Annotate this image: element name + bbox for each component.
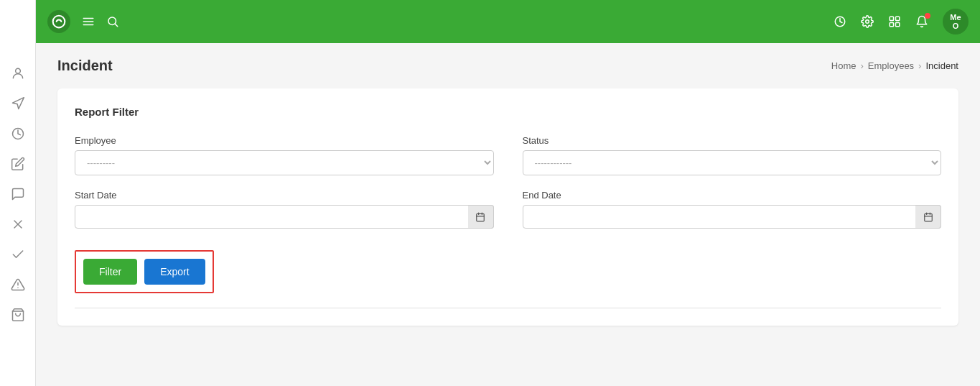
notifications-icon[interactable]	[915, 15, 928, 28]
end-date-field-group: End Date	[523, 190, 942, 229]
sidebar-item-chat[interactable]	[9, 185, 27, 203]
sidebar-item-person[interactable]	[9, 65, 27, 82]
breadcrumb-sep2: ›	[918, 60, 921, 71]
status-label: Status	[523, 135, 942, 146]
svg-rect-15	[890, 17, 893, 20]
form-row-1: Employee --------- Status ------------	[75, 135, 941, 175]
start-date-input-wrapper	[75, 205, 494, 229]
report-filter-card: Report Filter Employee --------- Status …	[57, 88, 958, 326]
avatar-line2: O	[953, 22, 959, 30]
svg-rect-19	[477, 213, 485, 221]
sidebar-item-warning[interactable]	[9, 276, 27, 293]
sidebar	[0, 0, 36, 386]
svg-point-14	[866, 20, 869, 24]
action-buttons-row: Filter Export	[75, 250, 214, 293]
avatar-line1: Me	[950, 13, 961, 22]
end-date-label: End Date	[523, 190, 942, 201]
navbar: Me O	[36, 0, 980, 43]
end-date-input[interactable]	[523, 205, 942, 229]
svg-point-0	[15, 68, 20, 73]
svg-rect-16	[896, 17, 900, 20]
end-date-calendar-button[interactable]	[915, 205, 941, 229]
page-title: Incident	[57, 58, 113, 74]
grid-icon[interactable]	[888, 15, 901, 28]
status-field-group: Status ------------	[523, 135, 942, 175]
card-divider	[75, 308, 941, 308]
svg-rect-23	[924, 213, 932, 221]
sidebar-item-shop[interactable]	[9, 306, 27, 323]
sidebar-item-clock[interactable]	[9, 125, 27, 142]
sidebar-item-close[interactable]	[9, 216, 27, 233]
end-date-input-wrapper	[523, 205, 942, 229]
employee-label: Employee	[75, 135, 494, 146]
app-logo[interactable]	[47, 10, 70, 33]
breadcrumb-current: Incident	[925, 60, 958, 71]
breadcrumb-employees[interactable]: Employees	[868, 60, 914, 71]
svg-marker-1	[12, 98, 24, 109]
avatar[interactable]: Me O	[943, 9, 969, 35]
export-button[interactable]: Export	[144, 259, 205, 285]
breadcrumb-home[interactable]: Home	[831, 60, 857, 71]
page-header: Incident Home › Employees › Incident	[57, 58, 958, 74]
search-icon[interactable]	[106, 15, 119, 28]
form-row-2: Start Date End Date	[75, 190, 941, 229]
svg-rect-17	[890, 23, 893, 27]
employee-field-group: Employee ---------	[75, 135, 494, 175]
filter-button[interactable]: Filter	[83, 259, 137, 285]
history-icon[interactable]	[834, 15, 846, 28]
breadcrumb: Home › Employees › Incident	[831, 60, 958, 71]
sidebar-item-check[interactable]	[9, 246, 27, 263]
svg-point-11	[108, 17, 116, 25]
start-date-input[interactable]	[75, 205, 494, 229]
svg-line-12	[115, 24, 117, 26]
card-title: Report Filter	[75, 106, 941, 118]
hamburger-menu-icon[interactable]	[82, 15, 95, 28]
start-date-calendar-button[interactable]	[468, 205, 494, 229]
sidebar-item-edit[interactable]	[9, 155, 27, 173]
status-select[interactable]: ------------	[523, 150, 942, 175]
sidebar-item-navigation[interactable]	[9, 95, 27, 112]
svg-rect-18	[896, 23, 900, 27]
breadcrumb-sep1: ›	[860, 60, 863, 71]
employee-select[interactable]: ---------	[75, 150, 494, 175]
settings-icon[interactable]	[861, 15, 874, 28]
start-date-field-group: Start Date	[75, 190, 494, 229]
start-date-label: Start Date	[75, 190, 494, 201]
